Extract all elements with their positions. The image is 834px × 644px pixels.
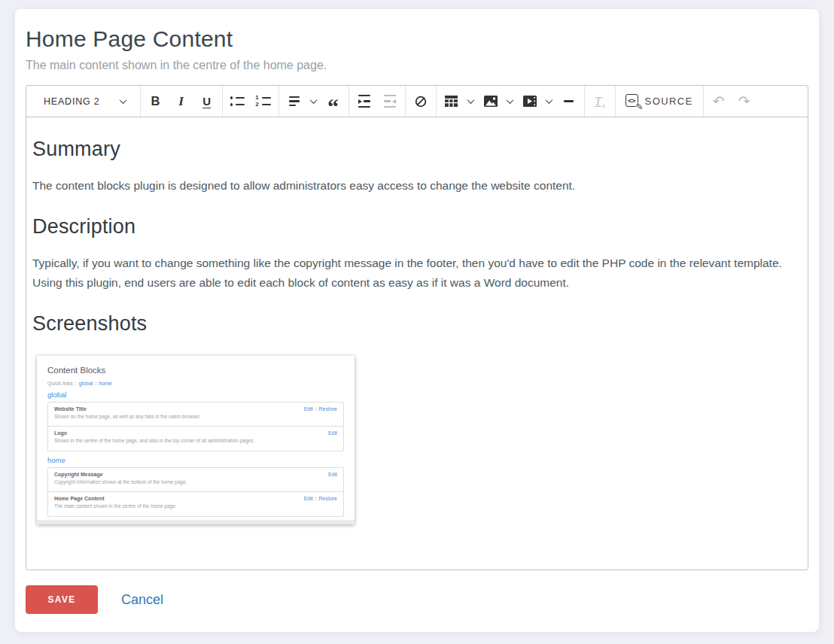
source-button[interactable]: <> ✎ SOURCE xyxy=(618,89,701,114)
row-actions: Edit xyxy=(328,472,337,477)
screenshot-bottom-strip xyxy=(37,520,355,524)
cancel-link[interactable]: Cancel xyxy=(121,592,163,608)
quick-links-label: Quick links xyxy=(47,381,73,386)
form-footer: SAVE Cancel xyxy=(26,585,808,614)
editor-toolbar: HEADING 2 B I U 1 xyxy=(26,86,808,117)
outdent-button[interactable] xyxy=(377,89,403,114)
restore-link: Restore xyxy=(318,496,337,501)
media-icon xyxy=(522,95,537,108)
edit-link: Edit xyxy=(328,430,337,436)
toolbar-separator xyxy=(279,86,279,117)
summary-paragraph[interactable]: The content blocks plugin is designed to… xyxy=(32,176,793,196)
content-card: Home Page Content The main content shown… xyxy=(15,9,819,632)
toolbar-separator xyxy=(349,86,349,117)
remove-format-button[interactable]: Tx xyxy=(587,89,613,114)
screenshots-heading[interactable]: Screenshots xyxy=(32,312,802,336)
row-title: Website Title xyxy=(54,406,200,412)
row-actions: Edit :: Restore xyxy=(304,406,337,412)
horizontal-line-icon xyxy=(564,100,574,102)
underline-icon: U xyxy=(202,95,211,108)
bold-icon: B xyxy=(151,94,160,108)
screenshot-title: Content Blocks xyxy=(47,366,344,375)
heading-dropdown[interactable]: HEADING 2 xyxy=(26,96,138,107)
italic-button[interactable]: I xyxy=(169,89,194,114)
row-actions: Edit xyxy=(328,430,337,436)
bold-button[interactable]: B xyxy=(143,89,169,114)
chevron-down-icon xyxy=(119,96,126,104)
source-code-icon: <> ✎ xyxy=(626,94,640,108)
screenshot-quick-links: Quick links :: global :: home xyxy=(47,381,344,386)
undo-button[interactable]: ↶ xyxy=(706,89,732,114)
toolbar-separator xyxy=(703,86,704,117)
toolbar-separator xyxy=(222,86,223,117)
screenshot-table: Website Title Shown on the home page, as… xyxy=(47,402,344,451)
chevron-down-icon xyxy=(546,96,553,104)
align-left-icon xyxy=(289,96,300,107)
description-paragraph[interactable]: Typically, if you want to change somethi… xyxy=(32,254,793,293)
italic-icon: I xyxy=(178,93,184,109)
toolbar-separator xyxy=(436,86,437,117)
table-row: Copyright Message Copyright information … xyxy=(48,468,343,492)
description-heading[interactable]: Description xyxy=(32,215,802,238)
block-quote-button[interactable]: “ xyxy=(321,89,346,114)
remove-format-icon: Tx xyxy=(595,95,604,108)
row-description: The main content shown in the centre of … xyxy=(54,503,177,509)
group-heading-home: home xyxy=(47,456,344,464)
horizontal-line-button[interactable] xyxy=(556,89,582,114)
link-button[interactable] xyxy=(408,89,434,114)
row-actions: Edit :: Restore xyxy=(304,496,337,501)
row-description: Copyright information shown at the botto… xyxy=(54,479,187,485)
row-text: Website Title Shown on the home page, as… xyxy=(54,406,200,419)
redo-icon: ↷ xyxy=(738,94,750,108)
redo-button[interactable]: ↷ xyxy=(732,89,757,114)
summary-heading[interactable]: Summary xyxy=(32,138,802,161)
quick-link-home: home xyxy=(99,381,112,386)
row-text: Copyright Message Copyright information … xyxy=(54,471,187,485)
undo-icon: ↶ xyxy=(713,94,725,108)
block-quote-icon: “ xyxy=(327,94,339,109)
table-row: Website Title Shown on the home page, as… xyxy=(48,402,343,427)
remove-format-t: T xyxy=(595,95,601,108)
editor-content[interactable]: Summary The content blocks plugin is des… xyxy=(26,117,808,570)
image-icon xyxy=(483,95,498,108)
content-blocks-screenshot: Content Blocks Quick links :: global :: … xyxy=(37,356,355,524)
alignment-dropdown[interactable] xyxy=(282,89,307,114)
insert-image-chevron[interactable] xyxy=(504,99,517,104)
save-button[interactable]: SAVE xyxy=(26,585,98,614)
indent-button[interactable] xyxy=(352,89,377,114)
pencil-icon: ✎ xyxy=(636,102,644,112)
edit-link: Edit xyxy=(304,406,313,412)
quick-link-global: global xyxy=(79,381,93,386)
edit-link: Edit xyxy=(328,472,337,477)
page-title: Home Page Content xyxy=(26,26,808,52)
row-description: Shown on the home page, as well as any t… xyxy=(54,414,200,419)
alignment-dropdown-chevron[interactable] xyxy=(307,99,321,104)
bulleted-list-icon xyxy=(230,96,245,105)
chevron-down-icon xyxy=(467,96,475,104)
heading-dropdown-label: HEADING 2 xyxy=(44,96,100,107)
table-row: Home Page Content The main content shown… xyxy=(48,492,343,516)
insert-media-chevron[interactable] xyxy=(543,99,556,104)
row-description: Shown in the centre of the home page, an… xyxy=(54,438,254,443)
outdent-icon xyxy=(384,95,396,108)
quick-links-separator: :: xyxy=(94,381,97,386)
restore-link: Restore xyxy=(318,406,337,412)
insert-media-dropdown[interactable] xyxy=(517,89,543,114)
toolbar-separator xyxy=(615,86,616,117)
screenshot-image[interactable]: Content Blocks Quick links :: global :: … xyxy=(37,356,355,524)
insert-table-chevron[interactable] xyxy=(464,99,478,104)
bulleted-list-button[interactable] xyxy=(225,89,251,114)
row-title: Logo xyxy=(54,430,254,436)
numbered-list-button[interactable]: 1 2 xyxy=(251,89,276,114)
toolbar-separator xyxy=(405,86,406,117)
underline-button[interactable]: U xyxy=(194,89,220,114)
chevron-down-icon xyxy=(310,96,318,104)
insert-table-dropdown[interactable] xyxy=(439,89,464,114)
remove-format-x: x xyxy=(602,102,606,109)
page-subtitle: The main content shown in the centre of … xyxy=(26,59,808,72)
table-icon xyxy=(444,95,458,108)
table-row: Logo Shown in the centre of the home pag… xyxy=(48,427,343,451)
row-title: Home Page Content xyxy=(54,496,177,501)
insert-image-dropdown[interactable] xyxy=(478,89,504,114)
screenshot-table: Copyright Message Copyright information … xyxy=(47,467,344,517)
